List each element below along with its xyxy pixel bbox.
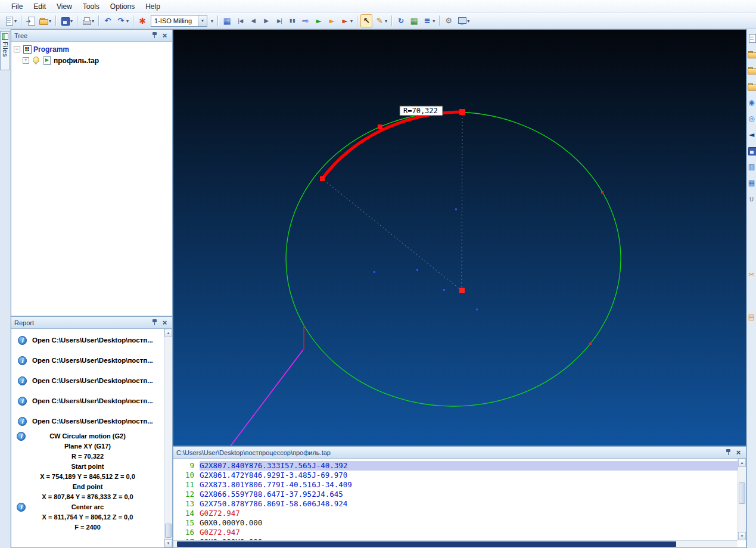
rt-speaker-button[interactable]: ◄: [747, 128, 756, 141]
menu-view[interactable]: View: [51, 1, 77, 13]
scroll-up-icon[interactable]: [738, 459, 746, 467]
machine-preset-combo[interactable]: 1-ISO Milling: [151, 15, 207, 27]
print-button[interactable]: [80, 14, 95, 27]
tree-view[interactable]: −Programm+профиль.tap: [11, 42, 172, 316]
code-line[interactable]: 13G2X750.878Y786.869I-58.606J48.924: [173, 499, 738, 509]
hscroll-thumb[interactable]: [177, 541, 676, 547]
code-line[interactable]: 10G2X861.472Y846.929I-3.485J-69.970: [173, 471, 738, 480]
save-button[interactable]: [59, 14, 74, 27]
scroll-up-icon[interactable]: [164, 329, 172, 337]
rt-new-folder-button[interactable]: [747, 80, 756, 93]
scroll-thumb[interactable]: [165, 524, 172, 538]
go-first-button[interactable]: [234, 14, 246, 27]
dropdown-caret-icon: [385, 18, 387, 24]
combo-value: 1-ISO Milling: [151, 17, 198, 24]
report-detail-text: X = 754,189 Y = 846,512 Z = 0,0: [40, 473, 135, 480]
rt-report-button[interactable]: ▥: [747, 160, 756, 173]
tree-expander-icon[interactable]: −: [14, 46, 20, 52]
rt-open-folder-button[interactable]: [747, 48, 756, 61]
step-back-button[interactable]: [247, 14, 259, 27]
redo-button[interactable]: [115, 14, 130, 27]
select-cursor-button[interactable]: [360, 14, 372, 27]
collapse-icon: ∪: [747, 194, 756, 204]
combo-dropdown-icon[interactable]: [198, 15, 207, 26]
go-last-button[interactable]: [273, 14, 285, 27]
run-green-button[interactable]: [313, 14, 325, 27]
report-entry[interactable]: Open C:\Users\User\Desktop\постп...: [11, 391, 164, 411]
rt-save-button[interactable]: [747, 144, 756, 157]
pin-icon[interactable]: [150, 31, 159, 40]
editor-hscrollbar[interactable]: [173, 540, 738, 547]
new-file-button[interactable]: [3, 14, 18, 27]
pin-icon[interactable]: [724, 448, 733, 457]
tree-item[interactable]: +профиль.tap: [11, 55, 172, 66]
report-entry[interactable]: Open C:\Users\User\Desktop\постп...: [11, 411, 164, 431]
close-icon[interactable]: [734, 448, 743, 457]
rt-target-button[interactable]: ◎: [747, 112, 756, 125]
tree-item[interactable]: −Programm: [11, 43, 172, 55]
toolset-icon: [444, 16, 453, 26]
editor-scrollbar[interactable]: [738, 459, 746, 540]
report-entry[interactable]: Open C:\Users\User\Desktop\постп...: [11, 350, 164, 370]
menu-help[interactable]: Help: [140, 1, 166, 13]
report-entry[interactable]: Open C:\Users\User\Desktop\постп...: [11, 370, 164, 391]
files-tab[interactable]: Files: [0, 31, 10, 70]
run-red-button[interactable]: [339, 14, 354, 27]
open-file-button[interactable]: [38, 14, 52, 27]
dropdown-caret-icon: [126, 18, 129, 24]
table-button[interactable]: [408, 14, 420, 27]
undo-button[interactable]: [102, 14, 114, 27]
back-icon: [248, 16, 258, 26]
play-button[interactable]: [260, 14, 272, 27]
scroll-down-icon[interactable]: [164, 539, 172, 547]
monitor-button[interactable]: [456, 14, 471, 27]
rt-collapse-button[interactable]: ∪: [747, 192, 756, 206]
code-line[interactable]: 16G0Z72.947: [173, 528, 738, 537]
files-icon: [2, 33, 8, 40]
line-number: 10: [173, 471, 200, 480]
scroll-down-icon[interactable]: [738, 532, 746, 540]
code-line[interactable]: 12G2X866.559Y788.647I-37.952J4.645: [173, 490, 738, 499]
close-icon[interactable]: [160, 31, 169, 40]
rt-copy-button[interactable]: ▤: [747, 310, 756, 323]
backplot-button[interactable]: [221, 14, 233, 27]
report-panel-header: Report: [11, 317, 172, 329]
menu-options[interactable]: Options: [105, 1, 140, 13]
stats-button[interactable]: [421, 14, 436, 27]
menu-tools[interactable]: Tools: [77, 1, 105, 13]
report-scrollbar[interactable]: [164, 329, 172, 547]
scroll-thumb[interactable]: [739, 482, 745, 504]
code-line[interactable]: 15G0X0.000Y0.000: [173, 518, 738, 528]
pause-button[interactable]: [287, 14, 298, 27]
tool-setup-button[interactable]: [443, 14, 455, 27]
menu-file[interactable]: File: [6, 1, 28, 13]
code-line[interactable]: 11G2X873.801Y806.779I-40.516J-34.409: [173, 480, 738, 490]
rt-document-button[interactable]: [747, 32, 756, 45]
report-entry[interactable]: Open C:\Users\User\Desktop\постп...: [11, 330, 164, 350]
import-button[interactable]: [24, 14, 36, 27]
fast-forward-button[interactable]: [300, 14, 312, 27]
code-line[interactable]: 14G0Z72.947: [173, 509, 738, 518]
open-folder-icon: [747, 49, 756, 59]
tree-expander-icon[interactable]: +: [23, 57, 29, 64]
machine-settings-button[interactable]: [136, 14, 148, 27]
rt-chart-button[interactable]: ▦: [747, 176, 756, 189]
toolbar-overflow-icon[interactable]: [211, 18, 213, 24]
info-icon: [18, 376, 27, 385]
rt-folder-button[interactable]: [747, 64, 756, 77]
rotate-view-button[interactable]: [395, 14, 407, 27]
close-icon[interactable]: [160, 318, 169, 327]
pin-icon[interactable]: [150, 318, 159, 327]
edit-pencil-button[interactable]: [374, 14, 388, 27]
menu-edit[interactable]: Edit: [28, 1, 51, 13]
code-text: G0Z72.947: [200, 528, 738, 537]
backplot-viewport[interactable]: R=70,322: [173, 29, 746, 446]
rt-cut-button[interactable]: ✂: [747, 268, 756, 281]
plot-icon: [222, 16, 232, 26]
code-editor[interactable]: 9G2X807.840Y876.333I57.565J-40.39210G2X8…: [173, 459, 746, 547]
main-toolbar: 1-ISO Milling: [0, 13, 756, 29]
editor-panel: C:\Users\User\Desktop\постпроцессор\проф…: [173, 446, 746, 548]
code-line[interactable]: 9G2X807.840Y876.333I57.565J-40.392: [173, 461, 738, 471]
run-orange-button[interactable]: [326, 14, 338, 27]
rt-globe-button[interactable]: ◉: [747, 96, 756, 109]
